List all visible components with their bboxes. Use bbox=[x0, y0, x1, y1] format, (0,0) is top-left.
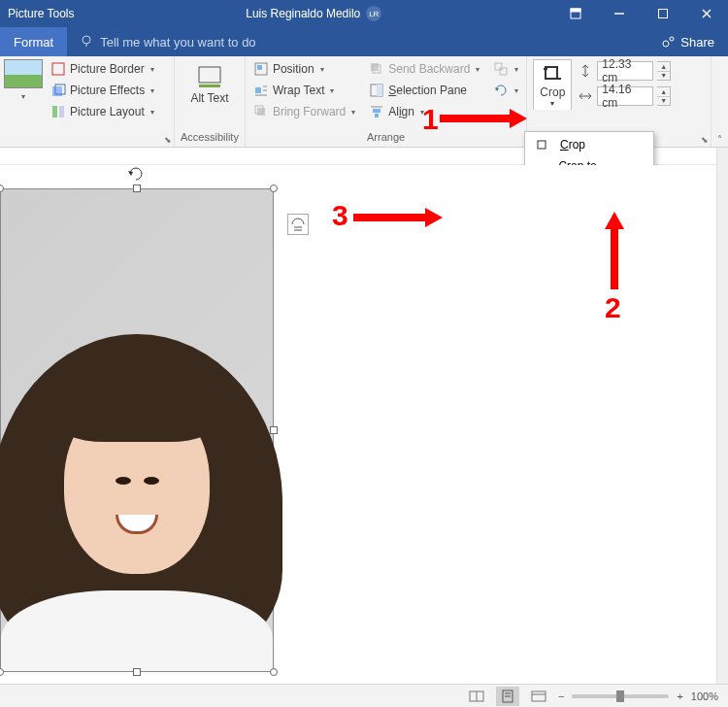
height-icon bbox=[578, 63, 593, 79]
picture-border-button[interactable]: Picture Border▾ bbox=[49, 59, 156, 79]
bring-forward-icon bbox=[253, 104, 269, 119]
position-button[interactable]: Position▾ bbox=[251, 59, 357, 79]
wrap-text-icon bbox=[253, 83, 269, 98]
vertical-scrollbar[interactable] bbox=[716, 148, 728, 684]
tab-format[interactable]: Format bbox=[0, 27, 67, 56]
collapse-ribbon-button[interactable]: ˄ bbox=[717, 134, 722, 145]
height-field[interactable]: 12.33 cm ▲▼ bbox=[578, 61, 671, 81]
zoom-level[interactable]: 100% bbox=[691, 690, 718, 702]
share-button[interactable]: Share bbox=[646, 27, 728, 56]
group-accessibility-label: Accessibility bbox=[181, 131, 239, 145]
crop-button[interactable]: Crop ▾ bbox=[533, 59, 572, 110]
tell-me-label: Tell me what you want to do bbox=[100, 35, 255, 50]
svg-rect-3 bbox=[658, 10, 667, 18]
resize-handle-sw[interactable] bbox=[0, 668, 4, 676]
layout-icon bbox=[50, 104, 66, 119]
arrow-2 bbox=[602, 212, 627, 289]
ribbon-display-options-button[interactable] bbox=[553, 0, 597, 27]
maximize-button[interactable] bbox=[641, 0, 684, 27]
resize-handle-se[interactable] bbox=[270, 668, 278, 676]
title-context: Picture Tools bbox=[0, 7, 74, 20]
send-backward-icon bbox=[369, 61, 384, 77]
svg-marker-55 bbox=[425, 208, 443, 227]
border-icon bbox=[50, 61, 66, 77]
svg-rect-31 bbox=[375, 114, 379, 118]
svg-rect-16 bbox=[199, 84, 220, 87]
width-value[interactable]: 14.16 cm bbox=[597, 86, 653, 106]
resize-handle-ne[interactable] bbox=[270, 185, 278, 192]
resize-handle-n[interactable] bbox=[133, 185, 141, 192]
svg-rect-30 bbox=[373, 109, 381, 113]
group-icon bbox=[493, 61, 509, 77]
position-icon bbox=[253, 61, 269, 77]
svg-rect-15 bbox=[199, 67, 220, 83]
picture-layout-button[interactable]: Picture Layout▾ bbox=[49, 102, 156, 121]
zoom-in-button[interactable]: + bbox=[677, 690, 682, 702]
size-dialog-launcher[interactable]: ⬊ bbox=[701, 135, 709, 145]
crop-menu-crop[interactable]: Crop bbox=[525, 134, 653, 155]
minimize-button[interactable] bbox=[597, 0, 641, 27]
resize-handle-e[interactable] bbox=[270, 426, 278, 434]
annotation-3: 3 bbox=[332, 199, 348, 232]
rotate-icon bbox=[493, 83, 509, 98]
gallery-more-icon[interactable]: ▾ bbox=[21, 92, 25, 101]
height-value[interactable]: 12.33 cm bbox=[597, 61, 653, 81]
person-illustration bbox=[1, 334, 273, 671]
picture-style-gallery[interactable] bbox=[4, 59, 43, 88]
width-spinner[interactable]: ▲▼ bbox=[657, 86, 671, 106]
layout-options-button[interactable] bbox=[287, 214, 309, 235]
styles-dialog-launcher[interactable]: ⬊ bbox=[164, 135, 172, 145]
alt-text-icon bbox=[196, 63, 223, 90]
status-bar: − + 100% bbox=[0, 684, 728, 707]
selection-pane-icon bbox=[369, 83, 384, 98]
svg-rect-14 bbox=[59, 106, 64, 118]
rotate-button[interactable]: ▾ bbox=[491, 81, 520, 100]
width-field[interactable]: 14.16 cm ▲▼ bbox=[578, 86, 671, 106]
svg-point-8 bbox=[663, 41, 669, 47]
rotate-handle[interactable] bbox=[127, 165, 145, 186]
group-arrange-label: Arrange bbox=[251, 131, 520, 145]
send-backward-button[interactable]: Send Backward▾ bbox=[367, 59, 481, 79]
arrow-3 bbox=[353, 206, 443, 229]
view-web-layout[interactable] bbox=[527, 687, 550, 706]
width-icon bbox=[578, 88, 593, 104]
arrow-1 bbox=[440, 107, 527, 130]
group-button[interactable]: ▾ bbox=[491, 59, 520, 79]
resize-handle-s[interactable] bbox=[133, 668, 141, 676]
svg-rect-25 bbox=[371, 63, 379, 71]
picture-effects-button[interactable]: Picture Effects▾ bbox=[49, 81, 156, 100]
height-spinner[interactable]: ▲▼ bbox=[657, 61, 671, 81]
svg-rect-1 bbox=[571, 9, 580, 12]
zoom-slider[interactable] bbox=[572, 694, 669, 698]
svg-rect-61 bbox=[532, 691, 546, 701]
ribbon-tabs: Format Tell me what you want to do Share bbox=[0, 27, 728, 56]
effects-icon bbox=[50, 83, 66, 98]
selected-picture[interactable] bbox=[0, 188, 274, 672]
view-print-layout[interactable] bbox=[496, 687, 519, 706]
zoom-out-button[interactable]: − bbox=[558, 690, 564, 702]
crop-icon bbox=[541, 62, 564, 85]
title-user: Luis Reginaldo Medilo bbox=[246, 7, 360, 20]
annotation-2: 2 bbox=[605, 291, 621, 324]
svg-rect-13 bbox=[52, 106, 57, 118]
close-button[interactable] bbox=[684, 0, 728, 27]
svg-rect-28 bbox=[377, 84, 382, 96]
svg-marker-53 bbox=[605, 212, 624, 229]
view-read-mode[interactable] bbox=[465, 687, 488, 706]
selection-pane-button[interactable]: Selection Pane bbox=[367, 81, 481, 100]
resize-handle-nw[interactable] bbox=[0, 185, 4, 192]
align-icon bbox=[369, 104, 384, 119]
bring-forward-button[interactable]: Bring Forward▾ bbox=[251, 102, 357, 121]
svg-rect-10 bbox=[52, 63, 64, 75]
annotation-1: 1 bbox=[422, 103, 439, 136]
titlebar: Picture Tools Luis Reginaldo Medilo LR bbox=[0, 0, 728, 27]
svg-rect-18 bbox=[257, 65, 262, 70]
user-avatar[interactable]: LR bbox=[366, 6, 381, 21]
svg-point-9 bbox=[670, 37, 674, 41]
lightbulb-icon bbox=[79, 34, 94, 50]
alt-text-button[interactable]: Alt Text bbox=[181, 59, 239, 109]
tell-me-search[interactable]: Tell me what you want to do bbox=[67, 27, 267, 56]
svg-rect-19 bbox=[255, 87, 261, 93]
wrap-text-button[interactable]: Wrap Text▾ bbox=[251, 81, 357, 100]
svg-point-6 bbox=[83, 36, 90, 44]
